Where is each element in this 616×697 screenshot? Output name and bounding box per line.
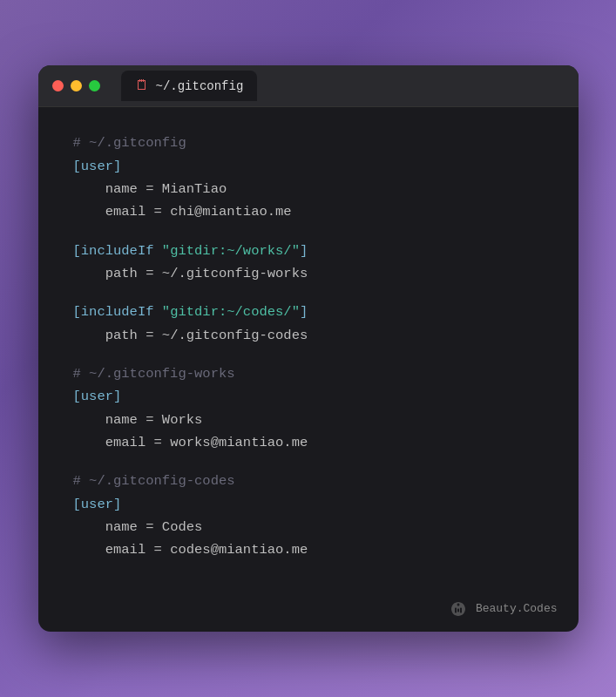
name3-val: Codes — [162, 516, 203, 538]
email3-key: email = — [73, 538, 171, 561]
line-path2: path = ~/.gitconfig-codes — [73, 324, 544, 347]
includeif1-bracket: [includeIf — [73, 240, 162, 262]
line-name2: name = Works — [73, 409, 544, 431]
line-comment2: # ~/.gitconfig-works — [73, 362, 544, 385]
brand-logo-icon — [450, 600, 467, 618]
titlebar: 🗒 ~/.gitconfig — [38, 65, 579, 107]
comment1-text: # ~/.gitconfig — [73, 132, 186, 154]
includeif2-close: ] — [300, 301, 308, 323]
maximize-button[interactable] — [89, 80, 100, 91]
close-button[interactable] — [52, 80, 64, 91]
line-comment1: # ~/.gitconfig — [73, 132, 544, 154]
section-user2: [user] — [73, 385, 122, 408]
active-tab[interactable]: 🗒 ~/.gitconfig — [121, 71, 258, 101]
window: 🗒 ~/.gitconfig # ~/.gitconfig [user] nam… — [38, 65, 579, 632]
line-name1: name = MianTiao — [73, 178, 544, 200]
line-email3: email = codes@miantiao.me — [73, 538, 544, 561]
section-user3: [user] — [73, 493, 122, 516]
line-user2: [user] — [73, 385, 544, 408]
line-user3: [user] — [73, 493, 544, 516]
section-user1: [user] — [73, 155, 122, 178]
name2-key: name = — [73, 409, 162, 431]
file-icon: 🗒 — [135, 78, 149, 94]
email1-key: email = — [73, 200, 171, 223]
line-user1: [user] — [73, 155, 544, 178]
line-path1: path = ~/.gitconfig-works — [73, 262, 544, 285]
path1-val: ~/.gitconfig-works — [162, 262, 308, 285]
email2-val: works@miantiao.me — [170, 431, 308, 454]
path1-key: path = — [73, 262, 162, 285]
line-includeif2: [includeIf "gitdir:~/codes/"] — [73, 301, 544, 323]
name1-val: MianTiao — [162, 178, 227, 200]
includeif1-close: ] — [300, 240, 308, 262]
footer: Beauty.Codes — [38, 593, 579, 632]
includeif2-bracket: [includeIf — [73, 301, 162, 323]
minimize-button[interactable] — [71, 80, 82, 91]
brand-name: Beauty.Codes — [476, 602, 558, 615]
email1-val: chi@miantiao.me — [170, 200, 292, 223]
line-email2: email = works@miantiao.me — [73, 431, 544, 454]
tab-title: ~/.gitconfig — [156, 79, 244, 93]
includeif2-string: "gitdir:~/codes/" — [162, 301, 300, 323]
comment3-text: # ~/.gitconfig-codes — [73, 470, 235, 492]
path2-key: path = — [73, 324, 162, 347]
traffic-lights — [52, 80, 100, 91]
line-name3: name = Codes — [73, 516, 544, 538]
comment2-text: # ~/.gitconfig-works — [73, 362, 235, 385]
email2-key: email = — [73, 431, 171, 454]
line-comment3: # ~/.gitconfig-codes — [73, 470, 544, 492]
name2-val: Works — [162, 409, 203, 431]
path2-val: ~/.gitconfig-codes — [162, 324, 308, 347]
name1-key: name = — [73, 178, 162, 200]
email3-val: codes@miantiao.me — [170, 538, 308, 561]
line-includeif1: [includeIf "gitdir:~/works/"] — [73, 240, 544, 262]
line-email1: email = chi@miantiao.me — [73, 200, 544, 223]
code-editor: # ~/.gitconfig [user] name = MianTiao em… — [38, 107, 579, 593]
name3-key: name = — [73, 516, 162, 538]
includeif1-string: "gitdir:~/works/" — [162, 240, 300, 262]
